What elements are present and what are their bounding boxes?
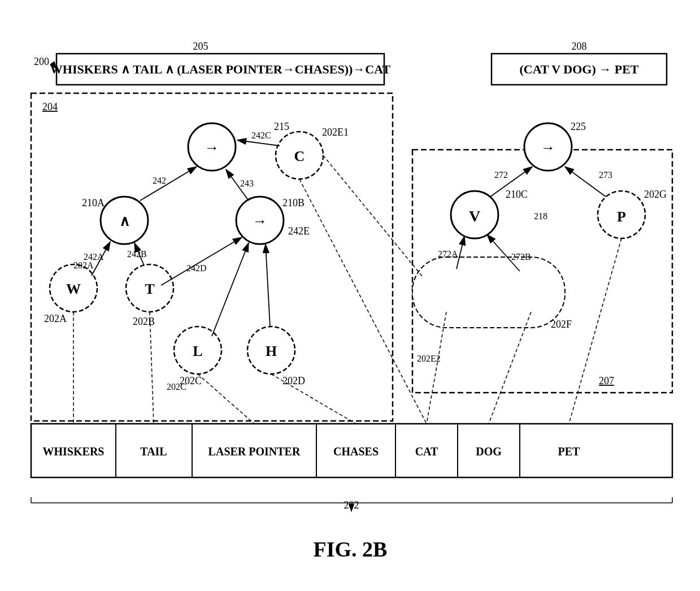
svg-text:H: H: [266, 343, 277, 359]
label-whiskers: WHISKERS: [43, 445, 105, 458]
svg-text:225: 225: [571, 121, 586, 132]
svg-text:C: C: [294, 148, 305, 164]
svg-text:210A: 210A: [82, 197, 105, 208]
svg-text:202E2: 202E2: [417, 354, 441, 363]
svg-text:(CAT V DOG) → PET: (CAT V DOG) → PET: [519, 62, 638, 76]
svg-text:210B: 210B: [282, 197, 305, 208]
svg-text:∧: ∧: [119, 213, 130, 229]
svg-text:242: 242: [153, 176, 166, 185]
label-dog: DOG: [476, 445, 502, 458]
svg-text:W: W: [66, 281, 81, 297]
svg-text:210C: 210C: [506, 189, 528, 200]
svg-text:243: 243: [240, 179, 254, 188]
label-laser-pointer: LASER POINTER: [208, 445, 301, 458]
svg-text:202A: 202A: [73, 260, 94, 270]
svg-text:205: 205: [193, 41, 208, 52]
svg-text:V: V: [469, 207, 480, 225]
figure-label: FIG. 2B: [314, 537, 388, 561]
svg-text:200: 200: [34, 56, 49, 67]
svg-text:215: 215: [274, 121, 289, 132]
svg-text:272: 272: [494, 170, 508, 180]
svg-text:202E1: 202E1: [322, 127, 349, 138]
label-pet: PET: [558, 445, 581, 458]
label-cat: CAT: [415, 445, 438, 458]
svg-text:242E: 242E: [288, 225, 310, 237]
svg-text:P: P: [617, 208, 626, 225]
svg-text:202F: 202F: [551, 319, 572, 330]
svg-text:242D: 242D: [186, 263, 207, 273]
svg-text:208: 208: [572, 41, 587, 52]
svg-text:207: 207: [599, 375, 614, 386]
svg-text:202B: 202B: [133, 316, 155, 327]
svg-text:202D: 202D: [282, 375, 305, 386]
svg-text:272B: 272B: [511, 252, 531, 262]
svg-text:202C: 202C: [167, 382, 186, 392]
svg-text:204: 204: [42, 101, 58, 112]
svg-text:T: T: [145, 281, 154, 297]
svg-text:273: 273: [599, 170, 612, 180]
label-tail: TAIL: [140, 445, 167, 458]
svg-text:202A: 202A: [44, 313, 67, 324]
svg-text:218: 218: [534, 211, 547, 221]
svg-text:242C: 242C: [251, 131, 271, 140]
diagram-container: WHISKERS ∧ TAIL ∧ (LASER POINTER→CHASES)…: [0, 0, 700, 591]
svg-text:WHISKERS ∧ TAIL ∧ (LASER POINT: WHISKERS ∧ TAIL ∧ (LASER POINTER→CHASES)…: [50, 62, 391, 76]
svg-text:272A: 272A: [438, 249, 458, 259]
label-chases: CHASES: [333, 445, 379, 458]
svg-text:202G: 202G: [644, 189, 667, 200]
svg-text:→: →: [253, 213, 267, 229]
svg-text:L: L: [193, 343, 202, 359]
svg-text:→: →: [205, 140, 219, 156]
svg-text:242B: 242B: [127, 249, 147, 259]
svg-rect-84: [412, 257, 565, 328]
svg-text:→: →: [541, 140, 555, 156]
